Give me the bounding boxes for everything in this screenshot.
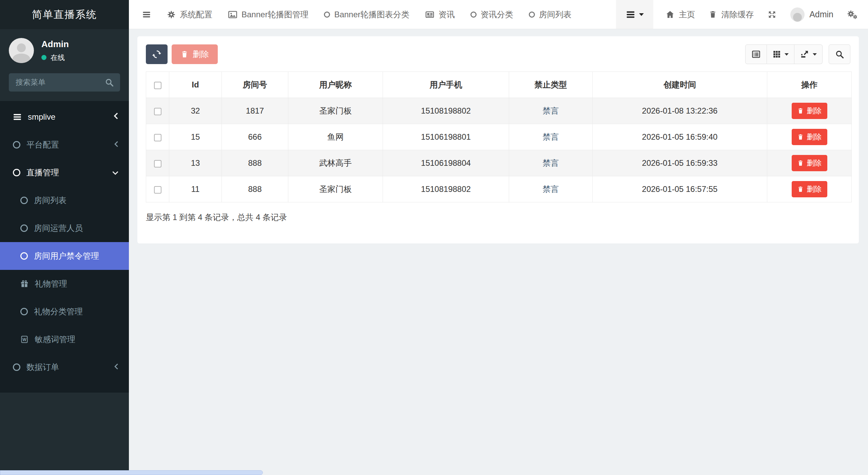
- app-title: 简单直播系统: [0, 0, 129, 29]
- sidebar-item-label: smplive: [28, 112, 55, 122]
- circle-icon: [470, 12, 477, 18]
- column-header-nickname: 用户昵称: [288, 72, 383, 98]
- sidebar-item-label: 直播管理: [26, 167, 59, 178]
- cell-nickname: 圣家门板: [288, 98, 383, 124]
- bulk-delete-button[interactable]: 删除: [172, 44, 218, 64]
- row-checkbox[interactable]: [154, 134, 161, 141]
- nav-item-banner-category[interactable]: Banner轮播图表分类: [324, 9, 409, 20]
- horizontal-scrollbar-thumb[interactable]: [0, 470, 263, 475]
- sidebar-item-room-user-ban-management[interactable]: 房间用户禁令管理: [0, 242, 129, 270]
- svg-text:W: W: [22, 337, 26, 342]
- cell-nickname: 圣家门板: [288, 176, 383, 202]
- nav-home-link[interactable]: 主页: [666, 9, 695, 20]
- sidebar-item-sensitive-words[interactable]: W 敏感词管理: [0, 325, 129, 353]
- row-delete-button[interactable]: 删除: [792, 103, 827, 119]
- export-dropdown-button[interactable]: [794, 44, 823, 64]
- refresh-button[interactable]: [146, 44, 168, 64]
- sidebar-item-data-orders[interactable]: 数据订单: [0, 353, 129, 381]
- cell-room: 666: [222, 124, 288, 150]
- caret-down-icon: [639, 13, 644, 16]
- sidebar: 简单直播系统 Admin 在线 smplive: [0, 0, 129, 475]
- nav-item-label: 资讯分类: [481, 9, 513, 20]
- sidebar-item-label: 房间列表: [34, 195, 66, 206]
- table-row: 32 1817 圣家门板 15108198802 禁言 2026-01-08 1…: [146, 98, 852, 124]
- cell-room: 888: [222, 176, 288, 202]
- row-delete-button[interactable]: 删除: [792, 129, 827, 145]
- nav-item-system-config[interactable]: 系统配置: [167, 9, 212, 20]
- row-checkbox[interactable]: [154, 108, 161, 115]
- sidebar-item-smplive[interactable]: smplive: [0, 103, 129, 131]
- cell-nickname: 武林高手: [288, 150, 383, 176]
- sidebar-toggle-button[interactable]: [142, 10, 151, 19]
- gear-icon: [167, 10, 176, 19]
- nav-item-banner-management[interactable]: Banner轮播图管理: [228, 9, 308, 20]
- bars-icon: [625, 9, 636, 20]
- ban-type-link[interactable]: 禁言: [543, 132, 559, 141]
- ban-records-table: Id 房间号 用户昵称 用户手机 禁止类型 创建时间 操作 32 1817 圣: [146, 72, 852, 202]
- nav-home-label: 主页: [679, 9, 695, 20]
- nav-item-news-category[interactable]: 资讯分类: [470, 9, 513, 20]
- nav-settings-button[interactable]: [847, 9, 858, 20]
- nav-item-room-list[interactable]: 房间列表: [529, 9, 572, 20]
- chevron-left-icon: [114, 140, 119, 150]
- bulk-delete-label: 删除: [193, 49, 209, 60]
- user-panel: Admin 在线: [0, 29, 129, 71]
- sidebar-item-label: 礼物分类管理: [34, 306, 83, 317]
- cell-phone: 15108198802: [383, 176, 509, 202]
- refresh-icon: [152, 49, 162, 59]
- caret-down-icon: [813, 53, 817, 56]
- user-name: Admin: [41, 39, 69, 50]
- detail-view-button[interactable]: [745, 44, 767, 64]
- sidebar-item-label: 平台配置: [26, 139, 59, 150]
- avatar: [790, 7, 805, 22]
- select-all-checkbox[interactable]: [154, 82, 161, 89]
- columns-grid-icon: [772, 50, 781, 59]
- cell-phone: 15106198804: [383, 150, 509, 176]
- row-delete-button[interactable]: 删除: [792, 155, 827, 171]
- menu-search-input[interactable]: [9, 73, 120, 92]
- expand-icon: [767, 10, 777, 19]
- sidebar-item-gift-category-management[interactable]: 礼物分类管理: [0, 298, 129, 325]
- file-word-icon: W: [20, 335, 28, 343]
- row-delete-label: 删除: [807, 184, 822, 194]
- chevron-left-icon: [113, 112, 119, 122]
- pagination-summary: 显示第 1 到第 4 条记录，总共 4 条记录: [146, 212, 850, 223]
- online-status-label: 在线: [51, 53, 65, 62]
- export-icon: [800, 50, 809, 59]
- cell-created: 2026-01-05 16:59:40: [593, 124, 767, 150]
- top-navbar: 系统配置 Banner轮播图管理 Banner轮播图表分类 资讯: [129, 0, 868, 29]
- trash-icon: [797, 107, 804, 114]
- columns-dropdown-button[interactable]: [767, 44, 794, 64]
- ban-type-link[interactable]: 禁言: [543, 184, 559, 194]
- column-header-room: 房间号: [222, 72, 288, 98]
- circle-icon: [13, 169, 20, 176]
- nav-clear-cache-link[interactable]: 清除缓存: [709, 9, 754, 20]
- cell-created: 2026-01-05 16:57:55: [593, 176, 767, 202]
- circle-icon: [13, 363, 20, 371]
- table-row: 15 666 鱼网 15106198801 禁言 2026-01-05 16:5…: [146, 124, 852, 150]
- nav-user-menu[interactable]: Admin: [790, 7, 833, 22]
- sidebar-item-room-operators[interactable]: 房间运营人员: [0, 214, 129, 242]
- row-checkbox[interactable]: [154, 186, 161, 194]
- table-row: 11 888 圣家门板 15108198802 禁言 2026-01-05 16…: [146, 176, 852, 202]
- nav-user-label: Admin: [809, 9, 833, 19]
- row-delete-label: 删除: [807, 106, 822, 116]
- sidebar-item-live-management[interactable]: 直播管理: [0, 159, 129, 186]
- cell-id: 13: [169, 150, 222, 176]
- ban-type-link[interactable]: 禁言: [543, 106, 559, 115]
- ban-type-link[interactable]: 禁言: [543, 158, 559, 167]
- sidebar-item-room-list[interactable]: 房间列表: [0, 186, 129, 214]
- nav-overflow-menu-button[interactable]: [616, 0, 653, 29]
- sidebar-item-label: 房间运营人员: [34, 223, 83, 234]
- sidebar-item-gift-management[interactable]: 礼物管理: [0, 270, 129, 298]
- table-search-button[interactable]: [829, 44, 850, 64]
- row-delete-button[interactable]: 删除: [792, 181, 827, 197]
- sidebar-item-label: 礼物管理: [35, 278, 67, 289]
- row-checkbox[interactable]: [154, 160, 161, 167]
- sidebar-item-platform-config[interactable]: 平台配置: [0, 131, 129, 159]
- fullscreen-button[interactable]: [767, 10, 777, 19]
- column-header-phone: 用户手机: [383, 72, 509, 98]
- sidebar-item-label: 房间用户禁令管理: [34, 251, 99, 261]
- image-icon: [228, 10, 237, 19]
- nav-item-news[interactable]: 资讯: [425, 9, 455, 20]
